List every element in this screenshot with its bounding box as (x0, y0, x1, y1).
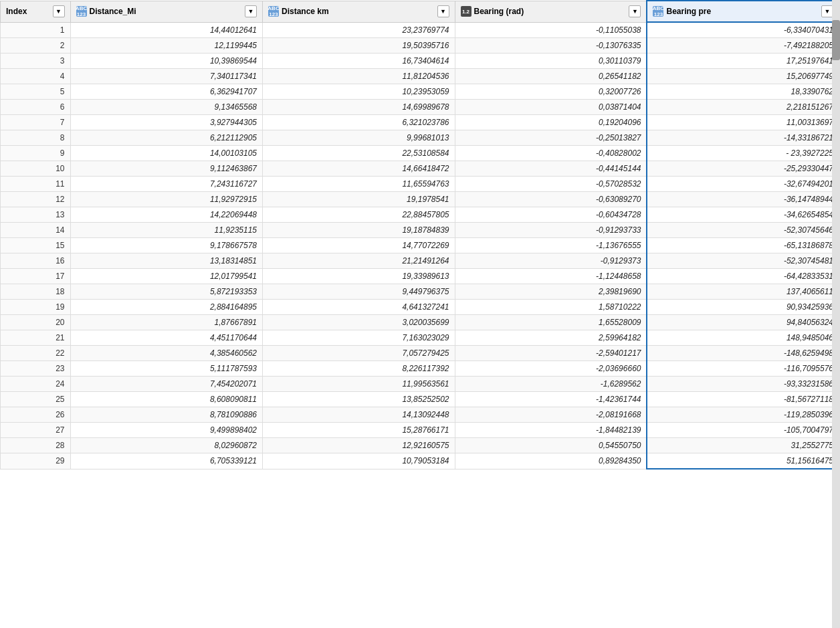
distance-mi-type-icon: ABC123 (76, 6, 87, 17)
cell-index: 7 (1, 115, 71, 130)
bearing-pre-label: Bearing pre (666, 7, 711, 16)
cell-dist-km: 14,69989678 (263, 100, 455, 115)
cell-dist-mi: 13,18314851 (70, 253, 262, 269)
cell-index: 20 (1, 315, 71, 330)
cell-index: 6 (1, 100, 71, 115)
cell-bearing-rad: -0,40828002 (455, 146, 647, 161)
cell-dist-mi: 6,705339121 (70, 453, 262, 469)
cell-bearing-pre: -81,56727118 (647, 392, 839, 407)
cell-index: 25 (1, 392, 71, 407)
cell-dist-km: 11,99563561 (263, 377, 455, 392)
cell-index: 23 (1, 361, 71, 377)
table-row: 192,8841648954,6413272411,5871022290,934… (1, 300, 840, 315)
cell-bearing-pre: -34,62654854 (647, 207, 839, 223)
cell-dist-mi: 4,385460562 (70, 346, 262, 361)
cell-bearing-rad: -0,44145144 (455, 161, 647, 177)
cell-bearing-rad: -0,91293733 (455, 223, 647, 238)
cell-bearing-pre: 148,9485046 (647, 330, 839, 346)
scrollbar-thumb[interactable] (832, 20, 840, 60)
table-row: 235,1117875938,226117392-2,03696660-116,… (1, 361, 840, 377)
cell-bearing-pre: -119,2850396 (647, 407, 839, 423)
cell-bearing-pre: -148,6259498 (647, 346, 839, 361)
table-row: 86,2121129059,99681013-0,25013827-14,331… (1, 130, 840, 146)
cell-index: 22 (1, 346, 71, 361)
cell-bearing-pre: -65,13186878 (647, 238, 839, 253)
table-row: 224,3854605627,057279425-2,59401217-148,… (1, 346, 840, 361)
cell-dist-mi: 8,781090886 (70, 407, 262, 423)
cell-bearing-rad: -1,84482139 (455, 423, 647, 438)
cell-dist-mi: 3,927944305 (70, 115, 262, 130)
cell-bearing-rad: 0,03871404 (455, 100, 647, 115)
distance-mi-dropdown-btn[interactable]: ▼ (245, 5, 257, 17)
cell-bearing-rad: -1,42361744 (455, 392, 647, 407)
cell-dist-mi: 5,872193353 (70, 284, 262, 300)
table-row: 268,78109088614,13092448-2,08191668-119,… (1, 407, 840, 423)
cell-bearing-pre: 15,20697749 (647, 69, 839, 84)
distance-mi-label: Distance_Mi (90, 7, 136, 16)
cell-dist-mi: 7,340117341 (70, 69, 262, 84)
cell-bearing-pre: -116,7095576 (647, 361, 839, 377)
table-row: 1712,0179954119,33989613-1,12448658-64,4… (1, 269, 840, 284)
table-row: 279,49989840215,28766171-1,84482139-105,… (1, 423, 840, 438)
cell-bearing-rad: 0,30110379 (455, 54, 647, 69)
cell-bearing-pre: -36,14748944 (647, 192, 839, 207)
index-dropdown-btn[interactable]: ▼ (53, 5, 65, 17)
cell-index: 29 (1, 453, 71, 469)
cell-index: 5 (1, 84, 71, 100)
cell-bearing-rad: 0,32007726 (455, 84, 647, 100)
table-row: 185,8721933539,4497963752,39819690137,40… (1, 284, 840, 300)
col-header-bearing-rad: 1.2 Bearing (rad) ▼ (455, 1, 647, 22)
data-table: Index ▼ ABC123 Distance_Mi ▼ ABC123 Dist… (0, 0, 840, 469)
cell-dist-km: 10,79053184 (263, 453, 455, 469)
cell-bearing-pre: -7,492188205 (647, 38, 839, 54)
cell-bearing-rad: -1,12448658 (455, 269, 647, 284)
cell-bearing-pre: 18,3390762 (647, 84, 839, 100)
cell-bearing-rad: 0,26541182 (455, 69, 647, 84)
cell-dist-km: 10,23953059 (263, 84, 455, 100)
cell-index: 24 (1, 377, 71, 392)
cell-bearing-rad: -2,59401217 (455, 346, 647, 361)
cell-bearing-pre: 94,84056324 (647, 315, 839, 330)
cell-dist-km: 14,13092448 (263, 407, 455, 423)
cell-dist-km: 22,88457805 (263, 207, 455, 223)
cell-bearing-rad: -0,25013827 (455, 130, 647, 146)
cell-dist-mi: 4,451170644 (70, 330, 262, 346)
cell-dist-mi: 6,362941707 (70, 84, 262, 100)
cell-dist-mi: 12,01799541 (70, 269, 262, 284)
cell-dist-km: 11,81204536 (263, 69, 455, 84)
cell-dist-km: 3,020035699 (263, 315, 455, 330)
cell-bearing-pre: 2,218151267 (647, 100, 839, 115)
cell-dist-km: 22,53108584 (263, 146, 455, 161)
cell-index: 16 (1, 253, 71, 269)
bearing-rad-label: Bearing (rad) (474, 7, 524, 16)
cell-dist-mi: 14,22069448 (70, 207, 262, 223)
cell-dist-km: 13,85252502 (263, 392, 455, 407)
cell-dist-km: 19,50395716 (263, 38, 455, 54)
cell-index: 2 (1, 38, 71, 54)
cell-dist-mi: 14,44012641 (70, 22, 262, 38)
cell-bearing-rad: -0,57028532 (455, 177, 647, 192)
cell-bearing-rad: 2,59964182 (455, 330, 647, 346)
col-header-bearing-pre: ABC123 Bearing pre ▼ (647, 1, 839, 22)
cell-index: 27 (1, 423, 71, 438)
table-row: 1411,923511519,18784839-0,91293733-52,30… (1, 223, 840, 238)
cell-index: 4 (1, 69, 71, 84)
cell-index: 19 (1, 300, 71, 315)
bearing-pre-type-icon: ABC123 (653, 6, 663, 17)
table-row: 296,70533912110,790531840,8928435051,156… (1, 453, 840, 469)
cell-dist-km: 11,65594763 (263, 177, 455, 192)
cell-dist-km: 15,28766171 (263, 423, 455, 438)
table-row: 117,24311672711,65594763-0,57028532-32,6… (1, 177, 840, 192)
cell-dist-mi: 9,112463867 (70, 161, 262, 177)
table-header-row: Index ▼ ABC123 Distance_Mi ▼ ABC123 Dist… (1, 1, 840, 22)
cell-bearing-rad: -0,60434728 (455, 207, 647, 223)
cell-index: 9 (1, 146, 71, 161)
cell-dist-km: 6,321023786 (263, 115, 455, 130)
distance-km-dropdown-btn[interactable]: ▼ (437, 5, 449, 17)
cell-bearing-rad: -2,08191668 (455, 407, 647, 423)
bearing-rad-dropdown-btn[interactable]: ▼ (629, 5, 641, 17)
cell-dist-mi: 9,499898402 (70, 423, 262, 438)
scrollbar[interactable] (832, 0, 840, 628)
cell-bearing-rad: 0,89284350 (455, 453, 647, 469)
table-row: 212,119944519,50395716-0,13076335-7,4921… (1, 38, 840, 54)
